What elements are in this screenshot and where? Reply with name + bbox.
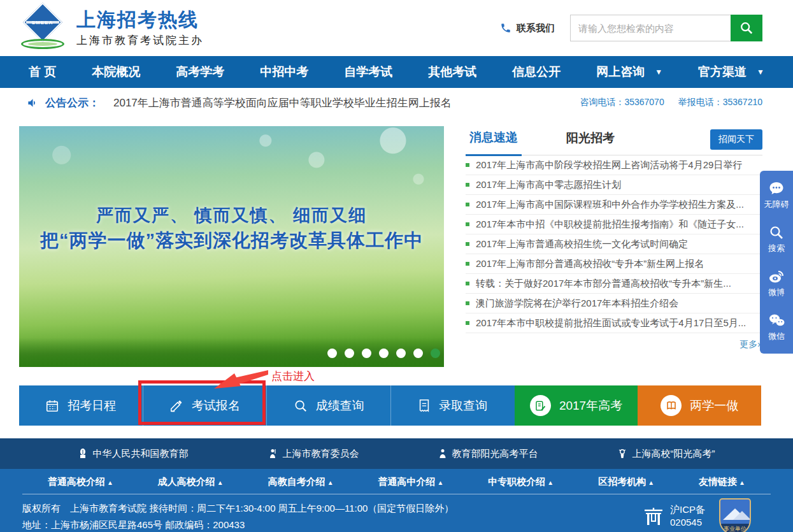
tab-sunshine-admission[interactable]: 阳光招考 [562,130,618,155]
banner-carousel[interactable]: 严而又严、 慎而又慎、 细而又细 把“两学一做”落实到深化招考改革具体工作中 [19,126,444,367]
footer-dropdown-self-exam[interactable]: 高教自考介绍▲ [268,476,334,488]
news-item[interactable]: 澳门旅游学院将在沪举行2017年本科招生介绍会 [466,294,762,313]
footer-dropdown-adult-colleges[interactable]: 成人高校介绍▲ [158,476,224,488]
rail-label: 搜索 [768,243,785,254]
gaokao-doc-icon [530,395,551,416]
search-button[interactable] [731,15,762,41]
contact-us-link[interactable]: 联系我们 [500,22,555,34]
carousel-dot[interactable] [379,349,389,358]
search-input[interactable] [570,15,731,41]
announcement-bar: 公告公示： 2017年上海市普通高等学校面向应届中等职业学校毕业生招生网上报名 … [0,88,793,117]
rail-weibo[interactable]: 微博 [768,269,785,298]
chevron-down-icon: ▼ [757,68,764,76]
search-icon [294,399,308,413]
person-icon [439,449,447,459]
icp-record-link[interactable]: 沪ICP备 020545 [643,503,705,529]
site-logo[interactable]: SMEEA 上海招考热线 上海市教育考试院主办 [19,7,204,49]
footer-dropdown-regular-colleges[interactable]: 普通高校介绍▲ [48,476,113,488]
chevron-up-icon: ▲ [648,479,654,486]
header-right: 联系我们 [500,15,762,41]
carousel-dot[interactable] [345,349,354,358]
rail-label: 微博 [768,287,785,298]
footer-link-sh-sunshine[interactable]: 上海高校“阳光高考” [618,448,715,460]
rail-label: 无障碍 [764,199,789,210]
news-item[interactable]: 转载：关于做好2017年本市部分普通高校招收“专升本”新生... [466,274,762,294]
badge-label: 事业单位 [720,524,750,532]
lantern-icon [618,449,627,459]
news-item[interactable]: 2017年上海市普通高校招生统一文化考试时间确定 [466,234,762,254]
quick-button-admission-query[interactable]: 录取查询 [390,385,515,426]
tab-news-express[interactable]: 消息速递 [466,129,522,156]
nav-self-exam[interactable]: 自学考试 [344,64,392,80]
carousel-dot[interactable] [362,349,371,358]
chevron-down-icon: ▼ [655,68,662,76]
carousel-dot[interactable] [396,349,406,358]
quick-button-liangxue-yizuo[interactable]: 两学一做 [638,385,761,426]
bullet-icon [466,203,469,206]
carousel-dot[interactable] [327,349,337,358]
public-institution-badge[interactable]: 事业单位 [719,498,751,532]
quick-button-label: 2017年高考 [559,398,622,414]
phone-icon [500,22,511,34]
search-icon [739,21,754,35]
news-item[interactable]: 2017年本市中招《中职校提前批招生报考指南》和《随迁子女... [466,215,762,234]
floating-rail: 无障碍 搜索 微博 微信 [760,171,793,354]
news-item[interactable]: 2017年上海市高中零志愿招生计划 [466,175,762,195]
main-content: 严而又严、 慎而又慎、 细而又细 把“两学一做”落实到深化招考改革具体工作中 消… [19,126,762,367]
search-icon [769,225,784,240]
news-item[interactable]: 2017年上海市高中阶段学校招生网上咨询活动将于4月29日举行 [466,155,762,175]
contact-us-label: 联系我们 [517,22,555,34]
page: SMEEA 上海招考热线 上海市教育考试院主办 联系我们 [0,0,793,532]
footer-link-sunshine-platform[interactable]: 教育部阳光高考平台 [439,448,538,460]
bullet-icon [466,183,469,187]
footer-dropdown-vocational[interactable]: 中专职校介绍▲ [488,476,554,488]
more-link[interactable]: 更多» [466,333,762,350]
rail-wechat[interactable]: 微信 [768,313,785,342]
nav-info-disclosure[interactable]: 信息公开 [512,64,561,80]
nav-other-exams[interactable]: 其他考试 [428,64,476,80]
rail-search[interactable]: 搜索 [768,225,785,254]
zhaowen-tianxia-button[interactable]: 招闻天下 [710,129,762,150]
footer-link-moe[interactable]: 中华人民共和国教育部 [78,448,189,460]
chevron-up-icon: ▲ [547,479,554,486]
carousel-dot-active[interactable] [431,349,440,358]
news-item[interactable]: 2017年上海市部分普通高校招收“专升本”新生网上报名 [466,254,762,274]
announcement-label: 公告公示： [45,96,99,110]
icp-line2: 020545 [670,516,705,529]
news-item[interactable]: 2017年上海市高中国际课程班和中外合作办学学校招生方案及... [466,195,762,215]
person-flag-icon [268,449,277,459]
banner-slogan-line1: 严而又严、 慎而又慎、 细而又细 [19,204,444,227]
nav-online-consult[interactable]: 网上咨询▼ [596,64,662,80]
footer-link-shmec[interactable]: 上海市教育委员会 [268,448,359,460]
nav-about[interactable]: 本院概况 [92,64,140,80]
chevron-up-icon: ▲ [327,479,334,486]
rail-accessibility[interactable]: 无障碍 [764,181,789,210]
nav-home[interactable]: 首 页 [29,64,56,80]
announcement-link[interactable]: 2017年上海市普通高等学校面向应届中等职业学校毕业生招生网上报名 [113,96,580,110]
nav-gaokao[interactable]: 高考学考 [176,64,224,80]
news-tabs: 消息速递 阳光招考 招闻天下 [466,126,762,155]
footer-dropdown-district-offices[interactable]: 区招考机构▲ [598,476,654,488]
footer-dropdown-high-schools[interactable]: 普通高中介绍▲ [378,476,444,488]
quick-button-exam-register[interactable]: 考试报名 [143,385,267,426]
footer-main: 普通高校介绍▲ 成人高校介绍▲ 高教自考介绍▲ 普通高中介绍▲ 中专职校介绍▲ … [0,469,793,532]
quick-button-gaokao-2017[interactable]: 2017年高考 [515,385,638,426]
logo-diamond-icon: SMEEA [23,3,62,42]
news-item[interactable]: 2017年本市中职校提前批招生面试或专业考试于4月17日至5月... [466,313,762,333]
banner-slogan-line2: 把“两学一做”落实到深化招考改革具体工作中 [19,228,444,254]
quick-button-score-query[interactable]: 成绩查询 [266,385,390,426]
quick-button-schedule[interactable]: 招考日程 [19,385,143,426]
carousel-dot[interactable] [413,349,423,358]
report-phone: 举报电话：35367210 [678,97,762,108]
chevron-up-icon: ▲ [438,479,444,486]
quick-buttons-row: 招考日程 考试报名 成绩查询 录取查询 2017年高考 [19,385,761,426]
footer-dropdown-friend-links[interactable]: 友情链接▲ [699,476,745,488]
news-list: 2017年上海市高中阶段学校招生网上咨询活动将于4月29日举行 2017年上海市… [466,155,762,333]
icp-line1: 沪ICP备 [670,503,705,516]
consult-phone: 咨询电话：35367070 [580,97,664,108]
nav-official-channels[interactable]: 官方渠道▼ [698,64,764,80]
logo-ellipse-icon [21,39,64,49]
nav-zhongkao[interactable]: 中招中考 [260,64,308,80]
annotation-text: 点击进入 [271,369,315,384]
hotline-phones: 咨询电话：35367070 举报电话：35367210 [580,97,762,108]
